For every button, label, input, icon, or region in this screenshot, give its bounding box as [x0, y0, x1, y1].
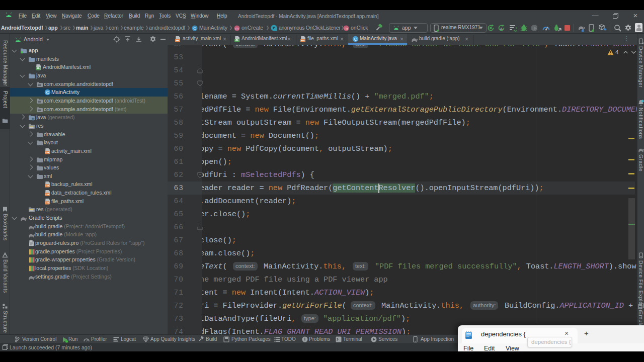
svg-text:A: A [500, 27, 503, 31]
svg-text:m: m [235, 26, 239, 31]
svg-text:C: C [193, 26, 196, 31]
svg-text:m: m [345, 26, 348, 31]
